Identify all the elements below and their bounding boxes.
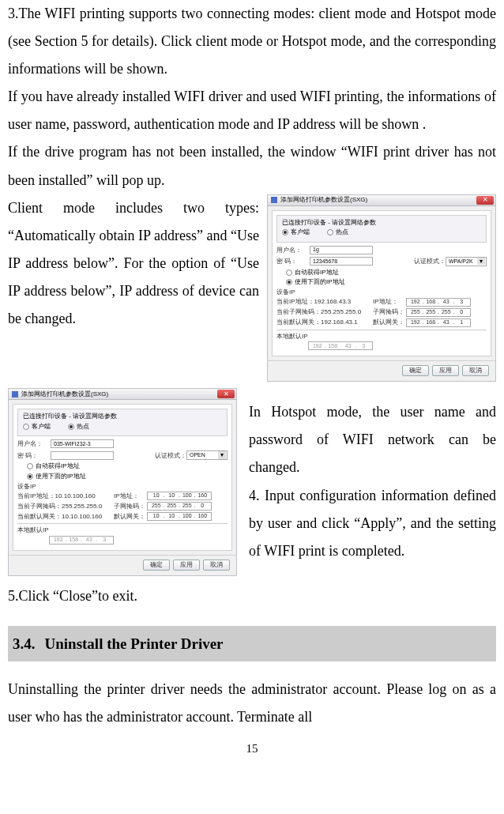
para-uninstall: Uninstalling the printer driver needs th… [8, 676, 496, 731]
user-input[interactable]: 1g [310, 246, 373, 254]
pass-label: 密 码： [17, 452, 51, 460]
auth-select[interactable]: OPEN [186, 450, 228, 460]
cur-gw-label: 当前默认网关：192.168.43.1 [276, 318, 373, 326]
para-client-mode: Client mode includes two types: “Automat… [8, 194, 259, 333]
window-titlebar: 添加网络打印机参数设置(SXG) ✕ [268, 195, 495, 206]
para-5: 5.Click “Close”to exit. [8, 582, 496, 610]
subnet-field-label: 子网掩码： [114, 503, 147, 511]
window-title: 添加网络打印机参数设置(SXG) [280, 196, 367, 204]
radio-auto-ip[interactable] [286, 269, 292, 276]
device-subtitle: 已连接打印设备 - 请设置网络参数 [282, 219, 481, 227]
radio-auto-label: 自动获得IP地址 [36, 462, 80, 470]
radio-hotspot[interactable] [68, 424, 74, 430]
cur-ip-label: 当前IP地址：192.168.43.3 [276, 298, 373, 306]
radio-hotspot-label: 热点 [336, 228, 348, 236]
radio-manual-ip[interactable] [27, 473, 33, 480]
ok-button[interactable]: 确定 [143, 560, 170, 571]
local-ip-display: 192.158.43.3 [308, 341, 373, 350]
section-title: Uninstall the Printer Driver [45, 635, 224, 652]
auth-select[interactable]: WPA/P2K [446, 257, 487, 266]
device-subtitle: 已连接打印设备 - 请设置网络参数 [23, 413, 222, 420]
cancel-button[interactable]: 取消 [462, 365, 489, 376]
para-if-not-installed: If the drive program has not been instal… [8, 138, 496, 194]
app-icon [12, 391, 18, 398]
radio-client[interactable] [23, 424, 29, 430]
close-icon[interactable]: ✕ [476, 196, 494, 205]
pass-input[interactable]: 12345678 [310, 257, 373, 266]
figure-client-mode: 添加网络打印机参数设置(SXG) ✕ 已连接打印设备 - 请设置网络参数 客户端… [267, 194, 496, 383]
radio-client-label: 客户端 [32, 423, 51, 431]
radio-client[interactable] [282, 229, 288, 236]
radio-manual-label: 使用下面的IP地址 [295, 278, 345, 286]
user-label: 用户名： [276, 247, 310, 254]
subnet-input[interactable]: 255.255.255.0 [406, 308, 471, 317]
gw-input[interactable]: 192.168.43.1 [406, 318, 471, 327]
radio-client-label: 客户端 [291, 228, 310, 236]
gw-input[interactable]: 10.10.100.160 [147, 512, 212, 521]
app-icon [271, 197, 277, 203]
local-ip-title: 本地默认IP [17, 526, 228, 534]
page-number: 15 [8, 737, 496, 760]
user-label: 用户名： [17, 440, 51, 448]
pass-label: 密 码： [276, 258, 310, 266]
apply-button[interactable]: 应用 [432, 365, 459, 376]
close-icon[interactable]: ✕ [217, 390, 235, 398]
pass-input[interactable] [51, 451, 114, 460]
cur-subnet-label: 当前子网掩码：255.255.255.0 [17, 503, 114, 511]
local-ip-title: 本地默认IP [276, 333, 487, 341]
radio-auto-label: 自动获得IP地址 [295, 269, 339, 277]
auth-label: 认证模式： [155, 452, 186, 460]
auth-label: 认证模式： [414, 258, 446, 266]
subnet-input[interactable]: 255.255.255.0 [147, 502, 212, 511]
device-ip-title: 设备IP [276, 288, 487, 296]
window-titlebar: 添加网络打印机参数设置(SXG) ✕ [9, 389, 236, 400]
cur-subnet-label: 当前子网掩码：255.255.255.0 [276, 308, 373, 316]
ip-field-label: IP地址： [114, 492, 147, 500]
ok-button[interactable]: 确定 [402, 365, 429, 376]
radio-manual-label: 使用下面的IP地址 [36, 473, 86, 480]
user-input[interactable]: 035-WIFI232-3 [51, 439, 114, 448]
window-title: 添加网络打印机参数设置(SXG) [21, 390, 108, 398]
gw-field-label: 默认网关： [373, 318, 406, 326]
para-if-installed: If you have already installed WIFI drive… [8, 83, 496, 138]
para-3: 3.The WIFI printing supports two connect… [8, 0, 496, 83]
section-heading: 3.4.Uninstall the Printer Driver [8, 626, 496, 661]
ip-input[interactable]: 10.10.100.160 [147, 492, 212, 500]
radio-hotspot-label: 热点 [77, 423, 89, 431]
ip-field-label: IP地址： [373, 298, 406, 306]
cur-gw-label: 当前默认网关：10.10.100.160 [17, 513, 114, 521]
device-ip-title: 设备IP [17, 483, 228, 491]
cur-ip-label: 当前IP地址：10.10.100.160 [17, 492, 114, 500]
radio-hotspot[interactable] [327, 229, 333, 236]
subnet-field-label: 子网掩码： [373, 308, 406, 316]
radio-manual-ip[interactable] [286, 279, 292, 285]
section-number: 3.4. [13, 635, 36, 652]
figure-hotspot-mode: 添加网络打印机参数设置(SXG) ✕ 已连接打印设备 - 请设置网络参数 客户端… [8, 388, 237, 576]
gw-field-label: 默认网关： [114, 513, 147, 521]
ip-input[interactable]: 192.168.43.3 [406, 298, 471, 307]
radio-auto-ip[interactable] [27, 463, 33, 469]
cancel-button[interactable]: 取消 [203, 560, 230, 571]
apply-button[interactable]: 应用 [173, 560, 200, 571]
local-ip-display: 192.158.43.3 [49, 536, 114, 545]
